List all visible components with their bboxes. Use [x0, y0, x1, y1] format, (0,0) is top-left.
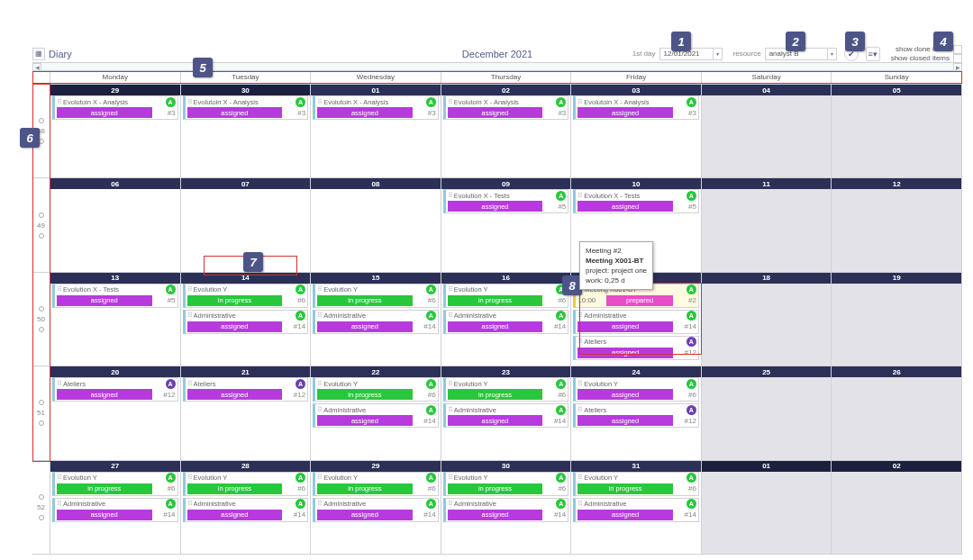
day-cell[interactable]: 06	[50, 178, 181, 272]
task-card[interactable]: ⠿AdministrativeAassigned#14	[313, 498, 439, 522]
task-number: #14	[286, 510, 305, 519]
day-cell[interactable]: 29⠿Evolutoin X - AnalysisAassigned#3	[50, 85, 181, 178]
day-cell[interactable]: 20⠿AteliersAassigned#12	[50, 366, 181, 460]
card-list: ⠿Evolution YAin progress#6⠿Administrativ…	[313, 377, 439, 428]
task-card[interactable]: ⠿Evolutoin X - AnalysisAassigned#3	[573, 95, 699, 120]
task-number: #5	[677, 203, 696, 211]
card-header: ⠿Evolutoin X - AnalysisA	[317, 97, 436, 106]
firstday-dropdown[interactable]: ▾	[714, 48, 723, 60]
task-card[interactable]: ⠿Evolution YAassigned#6	[573, 377, 699, 402]
day-cell[interactable]: 29⠿Evolution YAin progress#6⠿Administrat…	[311, 461, 441, 555]
avatar-badge: A	[556, 97, 566, 107]
day-cell[interactable]: 14⠿Evolution YAin progress#6⠿Administrat…	[181, 273, 312, 366]
grip-icon: ⠿	[577, 98, 582, 106]
card-header: ⠿AdministrativeA	[317, 500, 436, 509]
task-card[interactable]: ⠿Evolution YAin progress#6	[313, 284, 439, 308]
task-card[interactable]: ⠿AdministrativeAassigned#14	[443, 310, 569, 334]
date-bar: 22	[311, 366, 441, 377]
day-cell[interactable]: 11	[702, 178, 832, 272]
date-bar: 03	[571, 85, 701, 95]
prev-arrow-icon[interactable]: ◀	[32, 63, 41, 71]
task-card[interactable]: ⠿Evolution X - TestsAassigned#5	[443, 189, 569, 213]
resource-dropdown[interactable]: ▾	[828, 48, 837, 60]
task-card[interactable]: ⠿Evolution X - TestsAassigned#5	[573, 189, 699, 213]
task-card[interactable]: ⠿AdministrativeAassigned#14	[313, 310, 439, 334]
card-header: ⠿Evolution YA	[187, 474, 306, 483]
callout-1: 1	[671, 32, 691, 51]
card-header: ⠿AdministrativeA	[187, 312, 306, 321]
day-cell[interactable]: 19	[832, 273, 962, 366]
day-cell[interactable]: 08	[311, 178, 441, 272]
day-cell[interactable]: 18	[702, 273, 832, 366]
day-cell[interactable]: 02	[832, 461, 962, 555]
day-cell[interactable]: 12	[832, 178, 962, 272]
list-options-icon[interactable]: ≡▾	[866, 47, 880, 61]
day-cell[interactable]: 30⠿Evolution YAin progress#6⠿Administrat…	[441, 461, 572, 555]
day-cell[interactable]: 27⠿Evolution YAin progress#6⠿Administrat…	[50, 461, 181, 555]
day-cell[interactable]: 13⠿Evolution X - TestsAassigned#5	[50, 273, 181, 366]
day-cell[interactable]: 23⠿Evolution YAin progress#6⠿Administrat…	[441, 366, 572, 460]
card-list: ⠿Evolution X - TestsAassigned#5	[573, 189, 699, 213]
avatar-badge: A	[166, 499, 176, 509]
day-cell[interactable]: 02⠿Evolutoin X - AnalysisAassigned#3	[441, 85, 572, 178]
task-card[interactable]: ⠿AdministrativeAassigned#14	[573, 310, 699, 334]
day-cell[interactable]: 05	[832, 85, 962, 178]
card-body: assigned#5	[448, 201, 567, 212]
day-cell[interactable]: 31⠿Evolution YAin progress#6⠿Administrat…	[571, 461, 702, 555]
card-list: ⠿Evolution YAin progress#6⠿Administrativ…	[443, 284, 569, 334]
task-card[interactable]: ⠿Evolutoin X - AnalysisAassigned#3	[183, 95, 309, 120]
task-card[interactable]: ⠿AdministrativeAassigned#14	[183, 498, 309, 522]
task-card[interactable]: ⠿AdministrativeAassigned#14	[443, 403, 569, 428]
day-cell[interactable]: 16⠿Evolution YAin progress#6⠿Administrat…	[441, 273, 572, 366]
day-cell[interactable]: 04	[702, 85, 832, 178]
day-cell[interactable]: 01⠿Evolutoin X - AnalysisAassigned#3	[311, 85, 441, 178]
status-pill: assigned	[57, 295, 152, 306]
task-card[interactable]: ⠿AdministrativeAassigned#14	[183, 310, 309, 334]
day-cell[interactable]: 21⠿AteliersAassigned#12	[181, 366, 312, 460]
next-arrow-icon[interactable]: ▶	[953, 63, 962, 71]
status-pill: assigned	[448, 107, 543, 118]
task-card[interactable]: ⠿AdministrativeAassigned#14	[52, 498, 178, 522]
day-cell[interactable]: 22⠿Evolution YAin progress#6⠿Administrat…	[311, 366, 441, 460]
task-card[interactable]: ⠿Evolutoin X - AnalysisAassigned#3	[52, 95, 178, 120]
show-closed-checkbox[interactable]	[953, 54, 962, 63]
task-card[interactable]: ⠿Evolutoin X - AnalysisAassigned#3	[313, 95, 439, 120]
task-card[interactable]: ⠿Evolution YAin progress#6	[313, 472, 439, 496]
task-card[interactable]: ⠿Evolution YAin progress#6	[443, 284, 569, 308]
task-number: #3	[546, 109, 566, 117]
day-cell[interactable]: 03⠿Evolutoin X - AnalysisAassigned#3	[571, 85, 702, 178]
task-card[interactable]: ⠿AteliersAassigned#12	[573, 403, 699, 428]
status-pill: assigned	[317, 321, 413, 332]
task-card[interactable]: ⠿Evolution YAin progress#6	[443, 377, 569, 402]
date-bar: 08	[311, 178, 441, 189]
task-card[interactable]: ⠿Evolution YAin progress#6	[52, 472, 178, 496]
card-list: ⠿Evolutoin X - AnalysisAassigned#3	[313, 95, 439, 120]
task-card[interactable]: ⠿Evolution YAin progress#6	[183, 472, 309, 496]
task-card[interactable]: ⠿AteliersAassigned#12	[573, 336, 699, 360]
task-card[interactable]: ⠿Evolution YAin progress#6	[443, 472, 569, 496]
day-cell[interactable]: 01	[702, 461, 832, 555]
day-cell[interactable]: 30⠿Evolutoin X - AnalysisAassigned#3	[181, 85, 312, 178]
day-cell[interactable]: 09⠿Evolution X - TestsAassigned#5	[441, 178, 572, 272]
task-card[interactable]: ⠿Evolution YAin progress#6	[183, 284, 309, 308]
card-title: Administrative	[454, 500, 555, 508]
day-cell[interactable]: 15⠿Evolution YAin progress#6⠿Administrat…	[311, 273, 441, 366]
calendar-icon[interactable]: ▦	[32, 48, 45, 60]
day-cell[interactable]: 26	[832, 366, 962, 460]
day-cell[interactable]: 25	[702, 366, 832, 460]
task-card[interactable]: ⠿AdministrativeAassigned#14	[313, 403, 439, 428]
month-label: December 2021	[462, 49, 532, 59]
task-card[interactable]: ⠿Evolutoin X - AnalysisAassigned#3	[443, 95, 569, 120]
task-card[interactable]: ⠿AteliersAassigned#12	[183, 377, 309, 402]
card-body: assigned#14	[448, 415, 567, 426]
task-card[interactable]: ⠿Evolution X - TestsAassigned#5	[52, 284, 178, 308]
day-cell[interactable]: 24⠿Evolution YAassigned#6⠿AteliersAassig…	[571, 366, 702, 460]
task-card[interactable]: ⠿AdministrativeAassigned#14	[443, 498, 569, 522]
show-done-checkbox[interactable]	[953, 45, 962, 54]
task-card[interactable]: ⠿Evolution YAin progress#6	[573, 472, 699, 496]
task-card[interactable]: ⠿AdministrativeAassigned#14	[573, 498, 699, 522]
day-cell[interactable]: 28⠿Evolution YAin progress#6⠿Administrat…	[181, 461, 312, 555]
card-list: ⠿Evolution YAin progress#6⠿Administrativ…	[443, 377, 569, 428]
task-card[interactable]: ⠿Evolution YAin progress#6	[313, 377, 439, 402]
task-card[interactable]: ⠿AteliersAassigned#12	[52, 377, 178, 402]
